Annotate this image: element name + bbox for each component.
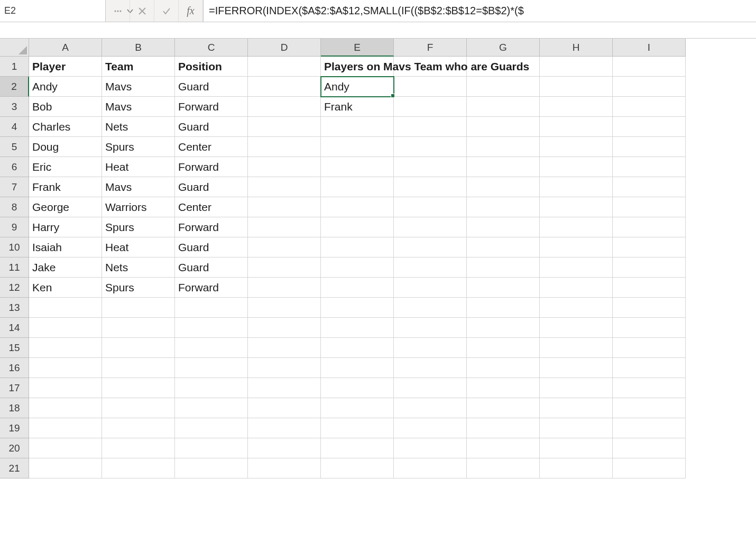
cell-H4[interactable] [540, 117, 613, 137]
row-header-10[interactable]: 10 [0, 237, 29, 257]
cell-A15[interactable] [29, 338, 102, 358]
cell-G15[interactable] [467, 338, 540, 358]
cell-G5[interactable] [467, 137, 540, 157]
cell-D7[interactable] [248, 177, 321, 197]
cell-A14[interactable] [29, 318, 102, 338]
cell-G14[interactable] [467, 318, 540, 338]
cell-H13[interactable] [540, 298, 613, 318]
cell-I1[interactable] [613, 57, 686, 77]
row-header-9[interactable]: 9 [0, 217, 29, 237]
cell-I12[interactable] [613, 278, 686, 298]
select-all-corner[interactable] [0, 39, 29, 57]
cell-D2[interactable] [248, 77, 321, 97]
col-header-B[interactable]: B [102, 39, 175, 57]
cell-C11[interactable]: Guard [175, 257, 248, 278]
cell-I9[interactable] [613, 217, 686, 237]
cancel-formula-icon[interactable] [130, 0, 154, 22]
cell-D15[interactable] [248, 338, 321, 358]
cell-F17[interactable] [394, 378, 467, 398]
cell-C21[interactable] [175, 458, 248, 478]
cell-H17[interactable] [540, 378, 613, 398]
cell-H7[interactable] [540, 177, 613, 197]
cell-B3[interactable]: Mavs [102, 97, 175, 117]
cell-G10[interactable] [467, 237, 540, 257]
cell-E6[interactable] [321, 157, 394, 177]
cell-F20[interactable] [394, 438, 467, 458]
spreadsheet-grid[interactable]: ABCDEFGHI1PlayerTeamPositionPlayers on M… [0, 38, 756, 478]
cell-C17[interactable] [175, 378, 248, 398]
cell-C5[interactable]: Center [175, 137, 248, 157]
cell-H20[interactable] [540, 438, 613, 458]
cell-D6[interactable] [248, 157, 321, 177]
cell-H10[interactable] [540, 237, 613, 257]
cell-B5[interactable]: Spurs [102, 137, 175, 157]
col-header-E[interactable]: E [321, 39, 394, 57]
cell-C1[interactable]: Position [175, 57, 248, 77]
col-header-A[interactable]: A [29, 39, 102, 57]
cell-H5[interactable] [540, 137, 613, 157]
cell-H11[interactable] [540, 257, 613, 278]
cell-A7[interactable]: Frank [29, 177, 102, 197]
row-header-2[interactable]: 2 [0, 77, 29, 97]
cell-B8[interactable]: Warriors [102, 197, 175, 217]
fx-icon[interactable]: fx [179, 0, 203, 22]
cell-C12[interactable]: Forward [175, 278, 248, 298]
cell-B14[interactable] [102, 318, 175, 338]
cell-C16[interactable] [175, 358, 248, 378]
cell-H9[interactable] [540, 217, 613, 237]
cell-A2[interactable]: Andy [29, 77, 102, 97]
cell-F16[interactable] [394, 358, 467, 378]
cell-F9[interactable] [394, 217, 467, 237]
col-header-G[interactable]: G [467, 39, 540, 57]
cell-A8[interactable]: George [29, 197, 102, 217]
cell-G12[interactable] [467, 278, 540, 298]
row-header-1[interactable]: 1 [0, 57, 29, 77]
row-header-3[interactable]: 3 [0, 97, 29, 117]
cell-I7[interactable] [613, 177, 686, 197]
cell-D18[interactable] [248, 398, 321, 418]
cell-H19[interactable] [540, 418, 613, 438]
cell-A21[interactable] [29, 458, 102, 478]
cell-I6[interactable] [613, 157, 686, 177]
cell-D19[interactable] [248, 418, 321, 438]
cell-E9[interactable] [321, 217, 394, 237]
row-header-20[interactable]: 20 [0, 438, 29, 458]
cell-B15[interactable] [102, 338, 175, 358]
cell-D8[interactable] [248, 197, 321, 217]
cell-F12[interactable] [394, 278, 467, 298]
cell-C13[interactable] [175, 298, 248, 318]
cell-A6[interactable]: Eric [29, 157, 102, 177]
cell-G18[interactable] [467, 398, 540, 418]
cell-E20[interactable] [321, 438, 394, 458]
cell-A12[interactable]: Ken [29, 278, 102, 298]
cell-H16[interactable] [540, 358, 613, 378]
cell-H21[interactable] [540, 458, 613, 478]
cell-G6[interactable] [467, 157, 540, 177]
cell-H1[interactable] [540, 57, 613, 77]
row-header-17[interactable]: 17 [0, 378, 29, 398]
cell-C15[interactable] [175, 338, 248, 358]
cell-D17[interactable] [248, 378, 321, 398]
cell-B20[interactable] [102, 438, 175, 458]
cell-B16[interactable] [102, 358, 175, 378]
cell-I14[interactable] [613, 318, 686, 338]
row-header-16[interactable]: 16 [0, 358, 29, 378]
cell-E14[interactable] [321, 318, 394, 338]
row-header-13[interactable]: 13 [0, 298, 29, 318]
col-header-C[interactable]: C [175, 39, 248, 57]
cell-A11[interactable]: Jake [29, 257, 102, 278]
cell-F3[interactable] [394, 97, 467, 117]
row-header-4[interactable]: 4 [0, 117, 29, 137]
cell-C18[interactable] [175, 398, 248, 418]
cell-A19[interactable] [29, 418, 102, 438]
row-header-11[interactable]: 11 [0, 257, 29, 278]
col-header-I[interactable]: I [613, 39, 686, 57]
cell-E17[interactable] [321, 378, 394, 398]
cell-A1[interactable]: Player [29, 57, 102, 77]
cell-G4[interactable] [467, 117, 540, 137]
cell-G3[interactable] [467, 97, 540, 117]
cell-I17[interactable] [613, 378, 686, 398]
cell-B7[interactable]: Mavs [102, 177, 175, 197]
cell-H3[interactable] [540, 97, 613, 117]
cell-A5[interactable]: Doug [29, 137, 102, 157]
